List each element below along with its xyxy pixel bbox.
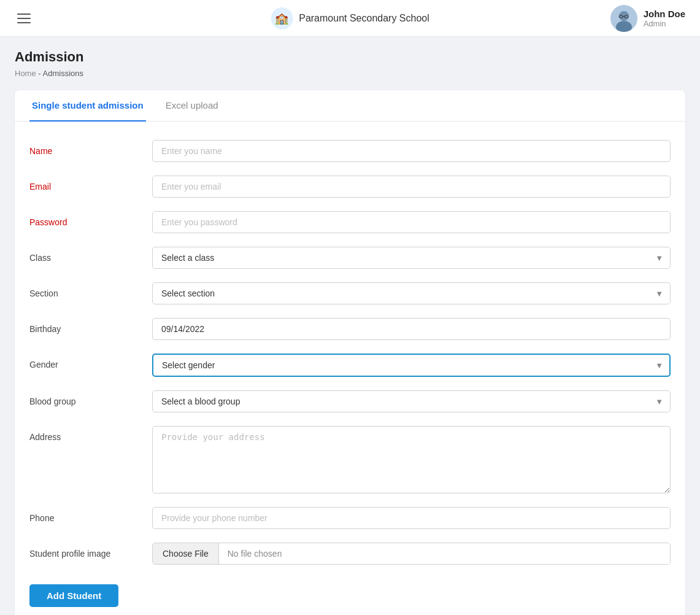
file-name-display: No file chosen bbox=[219, 543, 670, 564]
class-row: Class Select a class ▼ bbox=[29, 247, 671, 269]
password-label: Password bbox=[29, 211, 152, 227]
birthday-label: Birthday bbox=[29, 318, 152, 334]
gender-row: Gender Select gender Male Female Other ▼ bbox=[29, 354, 671, 377]
phone-label: Phone bbox=[29, 507, 152, 523]
phone-input[interactable] bbox=[152, 507, 671, 529]
password-input[interactable] bbox=[152, 211, 671, 233]
address-input[interactable] bbox=[152, 426, 671, 493]
name-input[interactable] bbox=[152, 140, 671, 162]
gender-label: Gender bbox=[29, 354, 152, 369]
gender-select[interactable]: Select gender Male Female Other bbox=[152, 354, 671, 377]
address-row: Address bbox=[29, 426, 671, 493]
tabs: Single student admission Excel upload bbox=[15, 90, 685, 122]
gender-select-wrapper: Select gender Male Female Other ▼ bbox=[152, 354, 671, 377]
choose-file-button[interactable]: Choose File bbox=[153, 543, 219, 564]
section-label: Section bbox=[29, 282, 152, 298]
blood-group-row: Blood group Select a blood group A+ A- B… bbox=[29, 390, 671, 412]
blood-group-label: Blood group bbox=[29, 390, 152, 406]
email-row: Email bbox=[29, 176, 671, 198]
add-student-button[interactable]: Add Student bbox=[29, 584, 118, 607]
profile-image-row: Student profile image Choose File No fil… bbox=[29, 543, 671, 565]
section-row: Section Select section ▼ bbox=[29, 282, 671, 304]
header-center: 🏫 Paramount Secondary School bbox=[271, 7, 429, 29]
class-select-wrapper: Select a class ▼ bbox=[152, 247, 671, 269]
admission-form: Name Email Password Class Select a class bbox=[15, 140, 685, 607]
page-content: Admission Home - Admissions Single stude… bbox=[0, 37, 700, 615]
phone-row: Phone bbox=[29, 507, 671, 529]
breadcrumb: Home - Admissions bbox=[15, 69, 685, 78]
breadcrumb-current: Admissions bbox=[43, 69, 83, 78]
blood-group-select[interactable]: Select a blood group A+ A- B+ B- O+ O- A… bbox=[152, 390, 671, 412]
svg-point-1 bbox=[619, 11, 629, 21]
menu-button[interactable] bbox=[15, 11, 33, 26]
main-card: Single student admission Excel upload Na… bbox=[15, 90, 685, 615]
section-select[interactable]: Select section bbox=[152, 282, 671, 304]
name-row: Name bbox=[29, 140, 671, 162]
user-role: Admin bbox=[644, 19, 685, 28]
address-label: Address bbox=[29, 426, 152, 442]
user-details: John Doe Admin bbox=[644, 9, 685, 28]
birthday-row: Birthday bbox=[29, 318, 671, 340]
avatar bbox=[610, 5, 637, 32]
school-name: Paramount Secondary School bbox=[299, 13, 429, 24]
user-name: John Doe bbox=[644, 9, 685, 19]
section-select-wrapper: Select section ▼ bbox=[152, 282, 671, 304]
breadcrumb-home[interactable]: Home bbox=[15, 69, 36, 78]
tab-excel-upload[interactable]: Excel upload bbox=[163, 90, 221, 122]
header: 🏫 Paramount Secondary School John Doe Ad… bbox=[0, 0, 700, 37]
school-logo-icon: 🏫 bbox=[271, 7, 293, 29]
file-input-wrapper: Choose File No file chosen bbox=[152, 543, 671, 565]
profile-image-label: Student profile image bbox=[29, 543, 152, 559]
class-select[interactable]: Select a class bbox=[152, 247, 671, 269]
email-input[interactable] bbox=[152, 176, 671, 198]
submit-row: Add Student bbox=[29, 578, 671, 607]
tab-single-admission[interactable]: Single student admission bbox=[29, 90, 146, 122]
password-row: Password bbox=[29, 211, 671, 233]
breadcrumb-separator: - bbox=[38, 69, 40, 78]
name-label: Name bbox=[29, 140, 152, 156]
blood-group-select-wrapper: Select a blood group A+ A- B+ B- O+ O- A… bbox=[152, 390, 671, 412]
class-label: Class bbox=[29, 247, 152, 263]
page-title: Admission bbox=[15, 49, 685, 65]
user-info: John Doe Admin bbox=[610, 5, 685, 32]
birthday-input[interactable] bbox=[152, 318, 671, 340]
email-label: Email bbox=[29, 176, 152, 191]
